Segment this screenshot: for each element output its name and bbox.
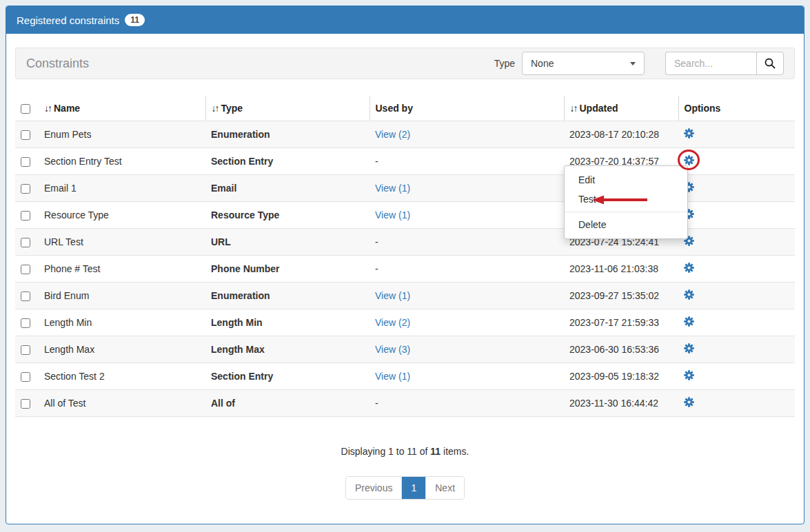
menu-item-edit[interactable]: Edit bbox=[565, 170, 687, 190]
constraint-name: Email 1 bbox=[39, 175, 205, 202]
constraint-type: Email bbox=[205, 175, 369, 202]
toolbar: Constraints Type None bbox=[15, 48, 795, 79]
row-checkbox[interactable] bbox=[21, 399, 30, 409]
panel-header: Registered constraints 11 bbox=[6, 6, 804, 34]
column-header-type[interactable]: ↓↑Type bbox=[205, 96, 369, 121]
constraint-name: Bird Enum bbox=[39, 283, 205, 309]
constraints-table: ↓↑Name ↓↑Type Used by ↓↑Updated Options … bbox=[15, 96, 795, 417]
column-header-name[interactable]: ↓↑Name bbox=[39, 96, 205, 121]
type-select[interactable]: None bbox=[522, 52, 645, 75]
constraint-type: Enumeration bbox=[205, 121, 369, 148]
column-header-updated[interactable]: ↓↑Updated bbox=[564, 96, 678, 121]
used-by-link[interactable]: View (1) bbox=[375, 183, 410, 194]
row-checkbox[interactable] bbox=[21, 238, 30, 247]
row-checkbox[interactable] bbox=[21, 372, 30, 382]
table-header-row: ↓↑Name ↓↑Type Used by ↓↑Updated Options bbox=[15, 96, 795, 121]
constraint-name: Phone # Test bbox=[39, 256, 205, 283]
sort-icon: ↓↑ bbox=[44, 103, 51, 114]
section-title: Constraints bbox=[26, 57, 89, 71]
column-header-used-by: Used by bbox=[369, 96, 564, 121]
updated-timestamp: 2023-09-27 15:35:02 bbox=[564, 283, 678, 309]
gear-icon[interactable] bbox=[684, 289, 694, 300]
updated-timestamp: 2023-06-30 16:53:36 bbox=[564, 336, 678, 363]
constraint-name: Length Min bbox=[39, 309, 205, 336]
magnifier-icon bbox=[764, 57, 776, 70]
row-checkbox[interactable] bbox=[21, 318, 30, 328]
options-dropdown-menu: Edit Test Delete bbox=[564, 165, 688, 239]
constraint-type: Length Max bbox=[205, 336, 369, 363]
sort-icon: ↓↑ bbox=[570, 103, 577, 114]
gear-icon[interactable] bbox=[684, 155, 694, 165]
table-row: Section Test 2 Section Entry View (1) 20… bbox=[15, 363, 795, 390]
caret-down-icon bbox=[630, 62, 636, 65]
constraint-type: Resource Type bbox=[205, 202, 369, 229]
panel-title: Registered constraints bbox=[17, 14, 119, 26]
updated-timestamp: 2023-09-05 19:18:32 bbox=[564, 363, 678, 390]
constraint-name: Resource Type bbox=[39, 202, 205, 229]
row-checkbox[interactable] bbox=[21, 345, 30, 355]
constraint-type: URL bbox=[205, 229, 369, 256]
row-checkbox[interactable] bbox=[21, 211, 30, 221]
used-by-link[interactable]: View (1) bbox=[375, 209, 410, 221]
page: { "colors": { "accent": "#337ab7", "anno… bbox=[0, 0, 810, 532]
search-input[interactable] bbox=[665, 52, 756, 75]
row-checkbox[interactable] bbox=[21, 184, 30, 194]
current-page-button[interactable]: 1 bbox=[402, 477, 425, 499]
constraint-type: Section Entry bbox=[205, 363, 369, 390]
table-row: Bird Enum Enumeration View (1) 2023-09-2… bbox=[15, 283, 795, 309]
gear-icon[interactable] bbox=[684, 263, 694, 273]
select-all-checkbox[interactable] bbox=[21, 104, 30, 114]
row-checkbox[interactable] bbox=[21, 130, 30, 140]
constraint-name: Section Test 2 bbox=[39, 363, 205, 390]
gear-icon[interactable] bbox=[684, 316, 694, 327]
gear-icon[interactable] bbox=[684, 397, 694, 407]
menu-item-delete[interactable]: Delete bbox=[565, 215, 687, 234]
gear-icon[interactable] bbox=[684, 343, 694, 354]
updated-timestamp: 2023-08-17 20:10:28 bbox=[564, 121, 678, 148]
updated-timestamp: 2023-11-06 21:03:38 bbox=[564, 256, 678, 283]
constraint-type: Enumeration bbox=[205, 283, 369, 309]
constraint-type: Length Min bbox=[205, 309, 369, 336]
next-page-button[interactable]: Next bbox=[425, 477, 464, 499]
used-by-link[interactable]: View (3) bbox=[375, 344, 410, 355]
results-summary: Displaying 1 to 11 of 11 items. bbox=[15, 446, 795, 457]
pagination: Previous 1 Next bbox=[345, 476, 465, 500]
constraints-panel: Registered constraints 11 Constraints Ty… bbox=[6, 6, 804, 524]
row-checkbox[interactable] bbox=[21, 265, 30, 274]
constraint-name: Length Max bbox=[39, 336, 205, 363]
used-by-link[interactable]: View (2) bbox=[375, 129, 410, 140]
updated-timestamp: 2023-07-17 21:59:33 bbox=[564, 309, 678, 336]
used-by-link[interactable]: View (1) bbox=[375, 290, 410, 301]
row-checkbox[interactable] bbox=[21, 291, 30, 301]
constraint-type: Phone Number bbox=[205, 256, 369, 283]
menu-item-test[interactable]: Test bbox=[565, 190, 687, 209]
used-by-link[interactable]: View (2) bbox=[375, 317, 410, 328]
sort-icon: ↓↑ bbox=[212, 103, 219, 114]
table-row: Phone # Test Phone Number - 2023-11-06 2… bbox=[15, 256, 795, 283]
used-by-value: - bbox=[375, 156, 378, 167]
gear-icon[interactable] bbox=[684, 128, 694, 139]
search-group bbox=[665, 52, 784, 75]
table-row: Enum Pets Enumeration View (2) 2023-08-1… bbox=[15, 121, 795, 148]
used-by-value: - bbox=[375, 263, 378, 274]
table-row: Length Min Length Min View (2) 2023-07-1… bbox=[15, 309, 795, 336]
used-by-link[interactable]: View (1) bbox=[375, 371, 410, 382]
table-row: All of Test All of - 2023-11-30 16:44:42 bbox=[15, 390, 795, 417]
search-button[interactable] bbox=[756, 52, 784, 75]
updated-timestamp: 2023-11-30 16:44:42 bbox=[564, 390, 678, 417]
panel-body: Constraints Type None bbox=[6, 34, 804, 500]
type-select-value: None bbox=[531, 58, 554, 69]
constraint-name: Section Entry Test bbox=[39, 148, 205, 175]
constraint-name: Enum Pets bbox=[39, 121, 205, 148]
menu-divider bbox=[565, 212, 687, 212]
constraint-name: All of Test bbox=[39, 390, 205, 417]
constraint-name: URL Test bbox=[39, 229, 205, 256]
column-header-options: Options bbox=[678, 96, 795, 121]
table-row: Length Max Length Max View (3) 2023-06-3… bbox=[15, 336, 795, 363]
gear-icon[interactable] bbox=[684, 370, 694, 380]
constraint-type: Section Entry bbox=[205, 148, 369, 175]
constraint-type: All of bbox=[205, 390, 369, 417]
used-by-value: - bbox=[375, 398, 378, 409]
row-checkbox[interactable] bbox=[21, 157, 30, 167]
previous-page-button[interactable]: Previous bbox=[346, 477, 402, 499]
